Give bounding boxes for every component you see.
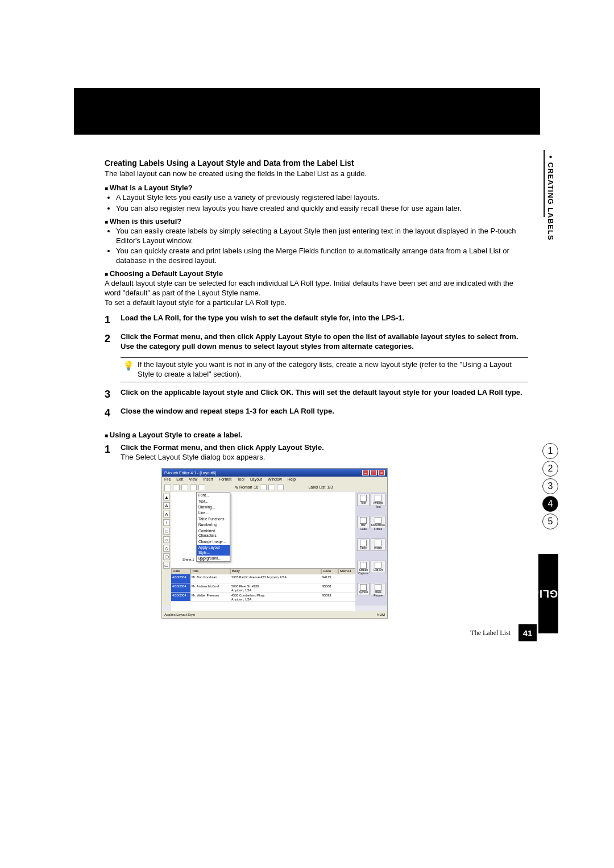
- dropdown-item: Change Image...: [197, 539, 230, 545]
- chapter-tab-5: 5: [542, 514, 558, 529]
- dropdown-item: Table Functions: [197, 516, 230, 522]
- list-item: A Layout Style lets you easily use a var…: [116, 193, 528, 203]
- section-heading: Creating Labels Using a Layout Style and…: [105, 158, 528, 168]
- sheet-tabs: Sheet 1 1/1: [182, 558, 205, 562]
- menu-item: Tool: [237, 477, 244, 483]
- sidebar-section-label: ● CREATING LABELS: [546, 153, 555, 240]
- when-useful-bullets: You can easily create labels by simply s…: [105, 227, 528, 266]
- dropdown-item: Numbering: [197, 522, 230, 528]
- dropdown-item: Text...: [197, 499, 230, 504]
- menu-item: Insert: [203, 477, 213, 483]
- page-footer: The Label List 41: [105, 629, 537, 646]
- td-memo: [338, 583, 355, 592]
- tool-icon: ▲: [163, 494, 170, 500]
- sidebar-rule: [544, 150, 545, 217]
- window-titlebar: P-touch Editor 4.1 - [Layout6] – □ ×: [162, 469, 387, 477]
- sheet-pos: 1/1: [200, 558, 204, 561]
- note-text: If the layout style you want is not in a…: [138, 360, 526, 379]
- what-is-heading: What is a Layout Style?: [105, 183, 528, 193]
- when-useful-heading: When is this useful?: [105, 217, 528, 227]
- italic-button: [268, 485, 275, 490]
- font-size: 10: [254, 485, 259, 490]
- sheet-name: Sheet 1: [182, 558, 194, 561]
- palette-arrange: Arrange Text: [371, 494, 385, 506]
- step-body: Click the Format menu, and then click Ap…: [121, 443, 528, 462]
- choosing-body: A default layout style can be selected f…: [105, 279, 528, 308]
- note-block: 💡 If the layout style you want is not in…: [121, 357, 528, 382]
- bold-button: [260, 485, 267, 490]
- dropdown-item: Line...: [197, 510, 230, 516]
- step-text: Click the Format menu, and then click Ap…: [121, 332, 528, 352]
- palette-frame: Decorative Frame: [371, 516, 385, 528]
- format-dropdown: Font... Text... Drawing... Line... Table…: [196, 492, 230, 562]
- td-code: 95608: [321, 583, 338, 592]
- table-row: 4/30/2004 Mr. Andrew McCord 5060 Fleet S…: [171, 583, 355, 592]
- data-table: Date Title Body Code Memo1 4/30/2004 Mr.…: [171, 568, 355, 611]
- minimize-icon: –: [362, 470, 369, 475]
- window-buttons: – □ ×: [362, 470, 385, 475]
- window-title: P-touch Editor 4.1 - [Layout6]: [164, 470, 216, 475]
- th-title: Title: [190, 569, 230, 574]
- td-body: 2365 Pacific Avenue #23 Anytown, USA: [230, 574, 321, 583]
- language-tab: ENGLISH: [538, 554, 558, 633]
- tool-icon: ○: [163, 536, 170, 543]
- step-text: Close the window and repeat steps 1-3 fo…: [121, 407, 528, 420]
- list-item: You can quickly create and print labels …: [116, 247, 528, 266]
- chapter-tab-4: 4: [542, 496, 558, 512]
- th-code: Code: [321, 569, 338, 574]
- step-number: 1: [105, 314, 121, 327]
- palette-image: Image: [371, 539, 385, 551]
- right-palette: Text Arrange Text Bar Code Decorative Fr…: [355, 492, 387, 606]
- close-icon: ×: [378, 470, 385, 475]
- left-toolbox: ▲ A A \ □ ○ ◇ ⬡ ▭: [162, 492, 171, 606]
- th-date: Date: [171, 569, 190, 574]
- table-row: 4/30/2004 Mr. Bob Goodman 2365 Pacific A…: [171, 574, 355, 583]
- menu-item: Format: [219, 477, 231, 483]
- td-title: Mr. Andrew McCord: [190, 583, 230, 592]
- bullet-icon: ●: [547, 153, 554, 162]
- tool-icon: ⬡: [163, 553, 170, 560]
- section-vertical-text: CREATING LABELS: [546, 162, 555, 241]
- td-memo: [338, 592, 355, 601]
- steps-list-a: 1Load the LA Roll, for the type you wish…: [105, 314, 528, 420]
- td-body: 4500 Cumberland Pkwy Anytown, USA: [230, 592, 321, 601]
- label-pos: 1/3: [327, 485, 333, 490]
- align-button: [277, 485, 284, 490]
- th-memo: Memo1: [338, 569, 355, 574]
- footer-section-label: The Label List: [470, 629, 511, 637]
- step-number: 2: [105, 332, 121, 352]
- th-body: Body: [230, 569, 321, 574]
- step-subtext: The Select Layout Style dialog box appea…: [121, 453, 528, 462]
- maximize-icon: □: [370, 470, 377, 475]
- section-subtext: The label layout can now be created usin…: [105, 169, 528, 179]
- status-text: Applies Layout Style: [164, 611, 195, 618]
- tool-icon: ◇: [163, 545, 170, 552]
- dropdown-item: Combined Characters: [197, 528, 230, 539]
- menu-item: Edit: [176, 477, 183, 483]
- screenshot-ptouch-editor: P-touch Editor 4.1 - [Layout6] – □ × Fil…: [161, 468, 388, 619]
- using-heading: Using a Layout Style to create a label.: [105, 431, 528, 440]
- palette-clipart: Clip Art: [371, 561, 385, 573]
- what-is-bullets: A Layout Style lets you easily use a var…: [105, 193, 528, 214]
- tool-icon: □: [163, 528, 170, 535]
- page-number: 41: [518, 624, 537, 641]
- step-number: 4: [105, 407, 121, 420]
- dropdown-item: Font...: [197, 493, 230, 498]
- tool-icon: A: [163, 502, 170, 509]
- status-bar: Applies Layout Style NUM: [162, 611, 387, 618]
- step-number: 1: [105, 443, 121, 462]
- palette-text: Text: [357, 494, 370, 506]
- td-code: 94115: [321, 574, 338, 583]
- menu-bar: File Edit View Insert Format Tool Layout…: [162, 477, 387, 483]
- menu-item: Layout: [250, 477, 262, 483]
- menu-item: Window: [268, 477, 282, 483]
- chapter-tab-1: 1: [542, 443, 558, 459]
- step-text: Click on the applicable layout style and…: [121, 388, 528, 401]
- font-box: w Roman: [235, 485, 252, 490]
- step-text: Load the LA Roll, for the type you wish …: [121, 314, 528, 327]
- lightbulb-icon: 💡: [123, 360, 134, 372]
- toolbar-button: [164, 485, 171, 491]
- menu-item: File: [164, 477, 171, 483]
- step-title: Click the Format menu, and then click Ap…: [121, 443, 528, 453]
- palette-barcode: Bar Code: [357, 516, 370, 528]
